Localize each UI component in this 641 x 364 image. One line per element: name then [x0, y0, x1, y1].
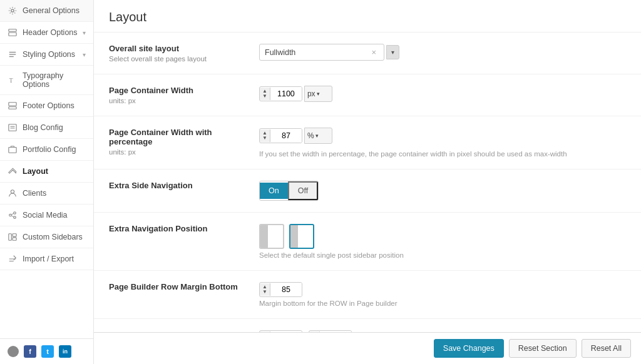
setting-label-col: Page Container Width with percentage uni… [109, 128, 259, 156]
setting-row-inner-page-content-padding: Inner Page Content Padding ▲▼ ▲▼ [94, 319, 641, 332]
setting-label: Extra Side Navigation [109, 181, 247, 190]
spin-arrows[interactable]: ▲▼ [260, 129, 270, 142]
sidebar-item-custom-sidebars[interactable]: Custom Sidebars [0, 226, 93, 248]
sidebar-item-styling-options[interactable]: Styling Options ▾ [0, 44, 93, 66]
layout-icon [8, 166, 18, 176]
sidebar-item-blog-config[interactable]: Blog Config [0, 117, 93, 139]
import-icon [8, 254, 18, 264]
setting-control-col: ▲▼ px ▾ [259, 86, 626, 102]
sidebar-item-label: Social Media [23, 211, 68, 220]
typography-icon: T [8, 75, 18, 85]
sidebar-item-label: Typography Options [23, 71, 86, 89]
reset-section-button[interactable]: Reset Section [509, 339, 577, 358]
portfolio-icon [8, 144, 18, 154]
fullwidth-select[interactable]: Fullwidth × [259, 44, 384, 61]
sidebar-item-label: Layout [23, 167, 48, 176]
sidebar-item-header-options[interactable]: Header Options ▾ [0, 22, 93, 44]
setting-label: Page Container Width with percentage [109, 128, 247, 146]
number-input[interactable] [270, 129, 302, 143]
setting-label-col: Page Builder Row Margin Bottom [109, 282, 259, 293]
svg-text:T: T [9, 77, 13, 84]
setting-control-col: ▲▼ Margin bottom for the ROW in Page bui… [259, 282, 626, 307]
sidebar-item-label: Footer Options [23, 101, 74, 110]
sidebars-icon [8, 232, 18, 242]
sidebar-item-label: Styling Options [23, 50, 75, 59]
sidebar-item-label: Clients [23, 189, 46, 198]
number-input[interactable] [270, 87, 302, 101]
svg-line-17 [11, 213, 14, 215]
setting-label-col: Page Container Width units: px [109, 86, 259, 104]
sidebar-item-label: Header Options [23, 28, 78, 37]
nav-pos-left-option[interactable] [259, 224, 284, 249]
styling-icon [8, 49, 18, 59]
sidebar-item-clients[interactable]: Clients [0, 183, 93, 205]
setting-desc: Select overall ste pages layout [109, 55, 247, 63]
nav-pos-note: Select the default single post sidebar p… [259, 251, 626, 259]
main-content: Layout Overall site layout Select overal… [94, 0, 641, 332]
sidebar-item-social-media[interactable]: Social Media [0, 205, 93, 226]
setting-control-col: On Off [259, 181, 626, 201]
setting-label-col: Overall site layout Select overall ste p… [109, 44, 259, 63]
setting-label: Page Builder Row Margin Bottom [109, 282, 247, 291]
save-changes-button[interactable]: Save Changes [434, 339, 504, 358]
setting-label: Extra Navigation Position [109, 224, 247, 233]
settings-section: Overall site layout Select overall ste p… [94, 33, 641, 332]
spin-arrows[interactable]: ▲▼ [260, 283, 270, 296]
reset-all-button[interactable]: Reset All [582, 339, 631, 358]
content-header: Layout [94, 0, 641, 33]
facebook-icon[interactable]: f [24, 345, 36, 358]
number-input-box: ▲▼ [259, 86, 302, 101]
linkedin-icon[interactable]: in [59, 345, 71, 358]
svg-rect-21 [13, 238, 16, 240]
toggle-off-btn[interactable]: Off [288, 181, 318, 200]
sidebar-item-label: Import / Export [23, 255, 74, 263]
svg-rect-9 [9, 124, 16, 131]
spin-arrows[interactable]: ▲▼ [260, 88, 270, 100]
select-dropdown-arrow[interactable]: ▾ [386, 45, 399, 59]
number-input-wrap: ▲▼ px ▾ [259, 86, 626, 102]
sidebar-item-general-options[interactable]: General Options [0, 0, 93, 22]
setting-desc: units: px [109, 148, 247, 156]
unit-select[interactable]: % ▾ [304, 128, 332, 144]
svg-point-16 [14, 216, 16, 219]
unit-select[interactable]: px ▾ [304, 86, 332, 102]
svg-point-15 [9, 214, 12, 216]
svg-point-0 [11, 9, 14, 12]
social-icon [8, 210, 18, 220]
select-wrap: Fullwidth × ▾ [259, 44, 626, 61]
sidebar-item-footer-options[interactable]: Footer Options [0, 95, 93, 117]
toggle-on-btn[interactable]: On [260, 183, 288, 199]
sidebar-bottom: f t in [0, 338, 93, 364]
setting-control-col: Select the default single post sidebar p… [259, 224, 626, 259]
svg-rect-8 [9, 107, 16, 109]
select-clear-btn[interactable]: × [371, 48, 376, 57]
setting-control-col: Fullwidth × ▾ [259, 44, 626, 61]
setting-row-page-container-width: Page Container Width units: px ▲▼ px ▾ [94, 74, 641, 116]
setting-row-extra-navigation-position: Extra Navigation Position [94, 213, 641, 271]
nav-pos-wrap [259, 224, 626, 249]
svg-rect-1 [9, 29, 16, 32]
blog-icon [8, 123, 18, 133]
twitter-icon[interactable]: t [41, 345, 54, 358]
svg-point-14 [14, 212, 16, 215]
sidebar-item-import-export[interactable]: Import / Export [0, 248, 93, 270]
sidebar-item-label: Custom Sidebars [23, 233, 83, 241]
page-title: Layout [109, 10, 626, 24]
setting-label-col: Extra Side Navigation [109, 181, 259, 192]
header-icon [8, 28, 18, 38]
sidebar-item-typography-options[interactable]: T Typography Options [0, 66, 93, 95]
sidebar-item-portfolio-config[interactable]: Portfolio Config [0, 139, 93, 161]
setting-row-page-builder-row-margin: Page Builder Row Margin Bottom ▲▼ Margin… [94, 271, 641, 319]
toggle-wrap: On Off [259, 181, 319, 201]
circle-icon[interactable] [8, 346, 19, 357]
svg-rect-2 [9, 33, 16, 36]
setting-label: Overall site layout [109, 44, 247, 53]
sidebar-item-label: Portfolio Config [23, 145, 76, 154]
sidebar-item-layout[interactable]: Layout [0, 161, 93, 183]
setting-label-col: Extra Navigation Position [109, 224, 259, 235]
nav-pos-right-option[interactable] [289, 224, 314, 249]
chevron-icon: ▾ [83, 51, 86, 58]
footer-icon [8, 101, 18, 111]
number-input[interactable] [270, 283, 302, 296]
svg-line-18 [11, 216, 14, 217]
